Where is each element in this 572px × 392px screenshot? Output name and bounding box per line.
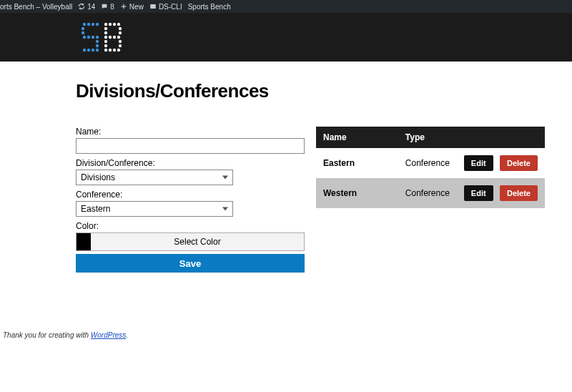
adminbar-new-label: New: [129, 3, 144, 11]
row-name: Eastern: [316, 148, 398, 178]
svg-point-15: [92, 49, 94, 52]
svg-point-4: [96, 23, 99, 26]
divisions-table: Name Type Eastern Conference Edit Delete…: [316, 127, 545, 208]
color-label: Color:: [76, 221, 305, 231]
svg-point-35: [113, 49, 116, 52]
table-row: Western Conference Edit Delete: [316, 178, 545, 208]
svg-point-26: [109, 36, 112, 39]
svg-point-33: [104, 49, 107, 52]
svg-point-9: [92, 36, 94, 39]
color-swatch: [77, 233, 91, 250]
svg-point-5: [82, 27, 84, 30]
name-label: Name:: [76, 127, 305, 137]
svg-point-21: [104, 27, 107, 30]
delete-button[interactable]: Delete: [500, 185, 538, 201]
svg-point-18: [109, 23, 112, 26]
svg-point-30: [119, 40, 122, 43]
svg-point-27: [113, 36, 116, 39]
svg-rect-0: [150, 4, 156, 9]
svg-point-31: [104, 44, 107, 47]
divconf-label: Division/Conference:: [76, 158, 305, 168]
table-row: Eastern Conference Edit Delete: [316, 148, 545, 178]
th-type: Type: [398, 127, 457, 148]
row-name: Western: [316, 178, 398, 208]
delete-button[interactable]: Delete: [500, 155, 538, 171]
adminbar-comments-count: 8: [110, 3, 114, 11]
svg-point-17: [104, 23, 107, 26]
svg-point-3: [92, 23, 94, 26]
svg-point-28: [117, 36, 120, 39]
svg-point-8: [87, 36, 90, 39]
svg-point-29: [104, 40, 107, 43]
adminbar-new[interactable]: New: [120, 3, 144, 11]
divconf-select[interactable]: Divisions: [76, 170, 233, 185]
svg-point-34: [109, 49, 112, 52]
select-color-button[interactable]: Select Color: [91, 233, 304, 250]
svg-point-24: [119, 31, 122, 34]
footer-text: Thank you for creating with: [3, 331, 91, 339]
conference-select[interactable]: Eastern: [76, 201, 233, 217]
page-title: Divisions/Conferences: [76, 80, 572, 102]
svg-point-32: [119, 44, 122, 47]
logo-b-icon: [103, 21, 123, 53]
svg-point-2: [87, 23, 90, 26]
adminbar-updates-count: 14: [87, 3, 95, 11]
row-type: Conference: [398, 178, 457, 208]
svg-point-7: [83, 36, 86, 39]
plus-icon: [120, 3, 127, 10]
svg-point-16: [96, 49, 99, 52]
site-header: [0, 13, 572, 62]
adminbar-dscli-label: DS-CLI: [159, 3, 182, 11]
svg-point-1: [83, 23, 86, 26]
adminbar-site-name[interactable]: orts Bench – Volleyball: [0, 3, 72, 11]
svg-point-23: [104, 31, 107, 34]
svg-point-12: [96, 44, 99, 47]
adminbar-comments[interactable]: 8: [101, 3, 114, 11]
logo-s-icon: [80, 21, 100, 53]
adminbar-sportsbench[interactable]: Sports Bench: [188, 3, 231, 11]
svg-point-11: [96, 40, 99, 43]
edit-button[interactable]: Edit: [464, 185, 493, 201]
main-content: Divisions/Conferences Name: Division/Con…: [0, 62, 572, 273]
wp-admin-bar: orts Bench – Volleyball 14 8 New DS-CLI …: [0, 0, 572, 13]
wordpress-link[interactable]: WordPress: [91, 331, 126, 339]
row-type: Conference: [398, 148, 457, 178]
terminal-icon: [149, 3, 157, 10]
svg-point-6: [82, 31, 84, 34]
save-button[interactable]: Save: [76, 254, 305, 273]
th-name: Name: [316, 127, 398, 148]
site-logo[interactable]: [80, 21, 123, 53]
th-actions: [457, 127, 545, 148]
division-form: Name: Division/Conference: Divisions Con…: [76, 127, 305, 273]
svg-point-36: [117, 49, 120, 52]
refresh-icon: [78, 3, 85, 10]
svg-point-10: [96, 36, 99, 39]
footer-period: .: [126, 331, 128, 339]
adminbar-updates[interactable]: 14: [78, 3, 95, 11]
svg-point-20: [117, 23, 120, 26]
svg-point-25: [104, 36, 107, 39]
adminbar-dscli[interactable]: DS-CLI: [149, 3, 182, 11]
svg-point-19: [113, 23, 116, 26]
comment-icon: [101, 3, 108, 10]
svg-point-13: [83, 49, 86, 52]
footer-credit: Thank you for creating with WordPress.: [3, 331, 128, 339]
edit-button[interactable]: Edit: [464, 155, 493, 171]
svg-point-22: [119, 27, 122, 30]
conference-label: Conference:: [76, 190, 305, 200]
name-input[interactable]: [76, 138, 305, 154]
svg-point-14: [87, 49, 90, 52]
